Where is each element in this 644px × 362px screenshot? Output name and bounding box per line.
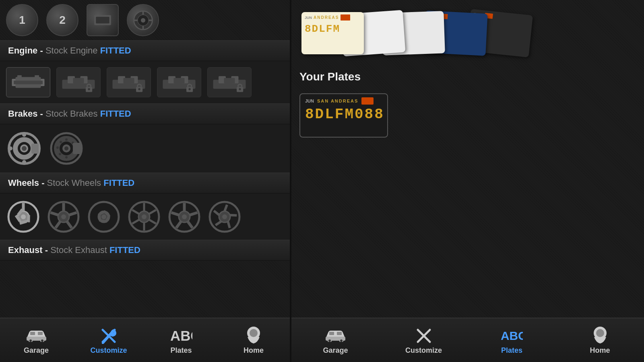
item-2[interactable]: 2: [46, 4, 78, 36]
engine-item-2[interactable]: [56, 67, 101, 97]
left-wrench-icon: [98, 326, 120, 344]
plate-card-yellow[interactable]: JUN ANDREAS 8DLFM: [301, 12, 364, 54]
svg-point-56: [56, 146, 59, 149]
brakes-fitted: FITTED: [100, 109, 131, 119]
wheels-fitted: FITTED: [103, 178, 134, 188]
svg-rect-111: [329, 332, 334, 335]
svg-point-54: [65, 156, 68, 158]
brake-item-1[interactable]: [6, 130, 42, 167]
wheel-item-4[interactable]: [127, 200, 161, 234]
plate-orange-block: [361, 97, 374, 105]
svg-point-31: [188, 88, 190, 90]
engine-item-3[interactable]: [107, 67, 151, 97]
left-abc-icon: ABC: [170, 326, 192, 344]
svg-point-66: [21, 214, 26, 219]
svg-point-97: [222, 214, 227, 219]
plate-selector: JUN ANDREAS 8DLFM as 8DLF PT: [299, 8, 636, 58]
right-wrench-icon: [413, 326, 435, 344]
right-panel: JUN ANDREAS 8DLFM as 8DLF PT: [291, 0, 644, 362]
svg-rect-13: [35, 75, 39, 79]
main-plate-display[interactable]: JUN SAN ANDREAS 8DLFM088: [299, 93, 388, 138]
engine-header: Engine - Stock Engine FITTED: [0, 40, 290, 61]
svg-line-73: [50, 212, 58, 215]
item-4[interactable]: [127, 4, 159, 36]
svg-line-85: [132, 210, 139, 214]
engine-dash: -: [37, 45, 45, 56]
svg-line-91: [188, 221, 192, 228]
right-bottom-nav: Garage Customize ABC Plates: [291, 318, 644, 362]
svg-rect-17: [73, 78, 84, 83]
engine-label: Engine: [8, 45, 37, 56]
svg-point-77: [101, 214, 106, 219]
left-nav-home[interactable]: Home: [229, 326, 278, 355]
svg-rect-102: [38, 332, 43, 335]
svg-line-71: [67, 221, 72, 228]
brakes-label: Brakes: [8, 109, 37, 119]
brake-item-2[interactable]: [48, 130, 85, 167]
svg-line-90: [190, 212, 197, 215]
top-items-row: 1 2: [0, 0, 290, 40]
item-1[interactable]: 1: [6, 4, 38, 36]
svg-point-100: [41, 339, 44, 342]
right-nav-customize-label: Customize: [405, 346, 442, 355]
left-nav-garage[interactable]: Garage: [12, 326, 60, 355]
right-nav-garage-label: Garage: [323, 346, 348, 355]
svg-rect-112: [337, 332, 342, 335]
wheel-item-5[interactable]: [167, 200, 201, 234]
svg-line-82: [149, 220, 156, 224]
exhaust-stock: Stock Exhaust: [50, 245, 107, 255]
brakes-header: Brakes - Stock Brakes FITTED: [0, 103, 290, 124]
right-home-icon: [589, 326, 611, 344]
wheels-dash: -: [39, 178, 47, 188]
svg-point-19: [88, 88, 90, 90]
svg-point-109: [328, 339, 331, 342]
svg-point-117: [596, 329, 604, 337]
right-nav-home[interactable]: Home: [576, 326, 624, 355]
left-nav-customize[interactable]: Customize: [85, 326, 133, 355]
plate-header-yellow: JUN ANDREAS: [305, 14, 361, 21]
svg-text:ABC: ABC: [170, 327, 192, 343]
svg-point-74: [61, 214, 66, 219]
left-nav-plates[interactable]: ABC Plates: [157, 326, 205, 355]
engine-item-5[interactable]: [207, 67, 252, 97]
svg-rect-1: [96, 17, 109, 24]
engine-stock: Stock Engine: [45, 45, 98, 56]
svg-point-42: [22, 133, 26, 137]
svg-point-25: [138, 88, 140, 90]
svg-point-86: [142, 214, 147, 219]
right-nav-garage[interactable]: Garage: [312, 326, 360, 355]
svg-rect-23: [124, 78, 134, 83]
right-abc-icon: ABC: [501, 326, 523, 344]
wheels-stock: Stock Wheels: [47, 178, 101, 188]
svg-rect-101: [30, 332, 35, 335]
right-content: JUN ANDREAS 8DLFM as 8DLF PT: [291, 0, 644, 318]
wheel-item-3[interactable]: [87, 200, 121, 234]
svg-point-37: [239, 88, 241, 90]
engine-item-1[interactable]: [6, 67, 50, 97]
left-panel: 1 2 Engin: [0, 0, 290, 362]
svg-line-81: [149, 210, 156, 214]
svg-point-57: [60, 141, 62, 143]
engine-item-4[interactable]: [157, 67, 201, 97]
svg-point-94: [182, 214, 187, 219]
svg-point-41: [22, 146, 27, 151]
wheel-item-6[interactable]: [207, 200, 242, 234]
plate-month: JUN: [305, 99, 314, 103]
svg-text:ABC: ABC: [501, 329, 523, 342]
wheels-header: Wheels - Stock Wheels FITTED: [0, 173, 290, 193]
svg-point-43: [22, 160, 26, 164]
item-3[interactable]: [87, 4, 119, 36]
right-nav-customize[interactable]: Customize: [400, 326, 448, 355]
wheels-items: [0, 193, 290, 240]
right-nav-plates[interactable]: ABC Plates: [488, 326, 536, 355]
left-home-icon: [243, 326, 265, 344]
left-car-icon: [25, 326, 47, 344]
wheel-item-2[interactable]: [46, 200, 80, 234]
exhaust-header: Exhaust - Stock Exhaust FITTED: [0, 240, 290, 261]
svg-rect-58: [73, 143, 81, 154]
svg-rect-35: [224, 78, 235, 83]
wheel-item-1[interactable]: [6, 200, 40, 234]
svg-line-72: [56, 221, 60, 228]
engine-items: [0, 61, 290, 103]
brakes-stock: Stock Brakes: [45, 109, 98, 119]
